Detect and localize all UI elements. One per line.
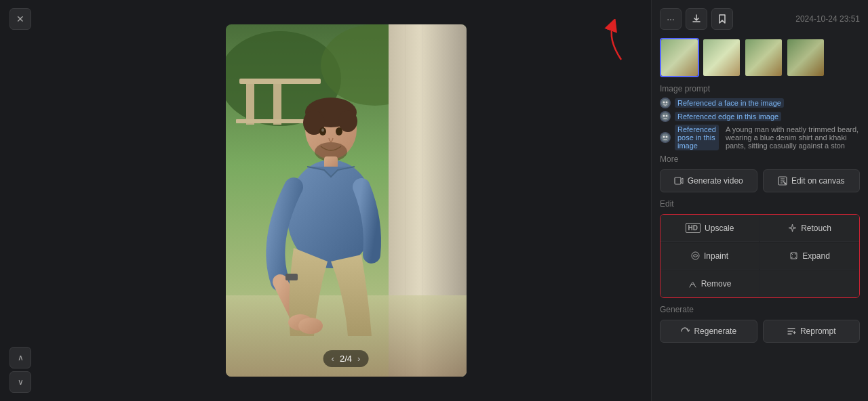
left-sidebar: ✕ ∧ ∨ bbox=[0, 0, 41, 401]
svg-point-19 bbox=[321, 129, 324, 132]
generate-video-label: Generate video bbox=[688, 176, 743, 186]
prev-image-button[interactable]: ‹ bbox=[332, 354, 334, 364]
edit-on-canvas-label: Edit on canvas bbox=[791, 176, 845, 186]
edge-tag-text: Referenced edge in this image bbox=[675, 112, 781, 121]
edit-empty-cell bbox=[760, 270, 859, 297]
bookmark-button[interactable] bbox=[711, 8, 733, 30]
generate-section: Generate Regenerate Reprompt bbox=[660, 305, 860, 343]
remove-label: Remove bbox=[701, 279, 732, 289]
main-image bbox=[226, 24, 467, 377]
top-toolbar: ··· 2024-10-24 23:51 bbox=[660, 8, 860, 30]
inpaint-label: Inpaint bbox=[704, 251, 728, 261]
upscale-label: Upscale bbox=[705, 224, 734, 233]
toolbar-actions: ··· bbox=[660, 8, 733, 30]
regenerate-button[interactable]: Regenerate bbox=[660, 320, 757, 343]
generate-section-label: Generate bbox=[660, 305, 860, 314]
edit-section: Edit HD Upscale Retouch Inpaint bbox=[660, 199, 860, 298]
upscale-button[interactable]: HD Upscale bbox=[660, 215, 760, 242]
retouch-icon bbox=[788, 224, 797, 232]
download-button[interactable] bbox=[686, 8, 707, 30]
svg-point-34 bbox=[666, 136, 668, 138]
bookmark-icon bbox=[717, 14, 728, 24]
expand-label: Expand bbox=[802, 251, 830, 261]
main-image-area: ‹ 2/4 › bbox=[41, 0, 651, 401]
chevron-down-icon: ∨ bbox=[18, 377, 24, 387]
svg-point-37 bbox=[784, 183, 786, 185]
svg-point-32 bbox=[661, 133, 669, 142]
thumbnail-2[interactable] bbox=[702, 38, 741, 77]
generate-buttons: Regenerate Reprompt bbox=[660, 320, 860, 343]
chevron-up-icon: ∧ bbox=[18, 353, 24, 362]
prompt-tag-edge: Referenced edge in this image bbox=[660, 111, 860, 122]
reprompt-button[interactable]: Reprompt bbox=[763, 320, 861, 343]
video-icon bbox=[674, 176, 684, 186]
main-image-container: ‹ 2/4 › bbox=[226, 24, 467, 377]
hd-icon: HD bbox=[686, 223, 701, 233]
close-icon: ✕ bbox=[16, 14, 24, 24]
svg-point-23 bbox=[298, 318, 323, 334]
image-navigation: ‹ 2/4 › bbox=[323, 350, 369, 367]
svg-point-18 bbox=[336, 127, 342, 135]
next-image-button[interactable]: › bbox=[357, 354, 360, 364]
pose-tag-text: Referenced pose in this image bbox=[675, 125, 719, 150]
expand-button[interactable]: Expand bbox=[760, 242, 859, 270]
download-icon bbox=[691, 14, 702, 24]
svg-point-26 bbox=[661, 99, 669, 107]
inpaint-icon bbox=[691, 251, 700, 260]
more-section: More Generate video Edit on canvas bbox=[660, 154, 860, 192]
svg-point-29 bbox=[661, 112, 669, 121]
canvas-icon bbox=[778, 176, 787, 186]
retouch-label: Retouch bbox=[801, 224, 831, 233]
image-counter: 2/4 bbox=[340, 354, 352, 364]
close-button[interactable]: ✕ bbox=[9, 8, 31, 30]
svg-rect-24 bbox=[285, 274, 298, 280]
image-prompt-label: Image prompt bbox=[660, 84, 860, 93]
edit-section-label: Edit bbox=[660, 199, 860, 209]
prompt-tag-face: Referenced a face in the image bbox=[660, 98, 860, 108]
thumbnail-3[interactable] bbox=[744, 38, 783, 77]
svg-rect-5 bbox=[246, 84, 254, 125]
nav-down-button[interactable]: ∨ bbox=[9, 371, 31, 393]
retouch-button[interactable]: Retouch bbox=[760, 215, 859, 242]
remove-icon bbox=[688, 280, 697, 289]
thumbnail-1[interactable] bbox=[660, 38, 699, 77]
more-dots-icon: ··· bbox=[667, 14, 675, 24]
generate-video-button[interactable]: Generate video bbox=[660, 169, 757, 192]
edit-on-canvas-button[interactable]: Edit on canvas bbox=[763, 169, 861, 192]
prompt-description-inline: A young man with neatly trimmed beard, w… bbox=[726, 125, 860, 150]
pose-ref-icon bbox=[660, 132, 671, 143]
reprompt-icon bbox=[787, 326, 796, 336]
svg-point-31 bbox=[666, 115, 668, 117]
remove-button[interactable]: Remove bbox=[660, 270, 760, 297]
edit-grid: HD Upscale Retouch Inpaint bbox=[660, 214, 860, 298]
svg-rect-6 bbox=[273, 84, 281, 125]
face-tag-text: Referenced a face in the image bbox=[675, 98, 784, 108]
expand-icon bbox=[789, 251, 798, 260]
svg-point-28 bbox=[666, 102, 668, 104]
prompt-tags: Referenced a face in the image Reference… bbox=[660, 98, 860, 150]
regenerate-icon bbox=[680, 326, 690, 336]
thumbnail-4[interactable] bbox=[786, 38, 825, 77]
edge-ref-icon bbox=[660, 111, 671, 122]
prompt-tag-pose: Referenced pose in this image A young ma… bbox=[660, 125, 860, 150]
svg-point-30 bbox=[663, 115, 665, 117]
thumbnail-strip bbox=[660, 38, 860, 77]
svg-point-27 bbox=[663, 102, 665, 104]
svg-rect-4 bbox=[239, 79, 321, 84]
face-ref-icon bbox=[660, 98, 671, 108]
regenerate-label: Regenerate bbox=[694, 326, 736, 336]
reprompt-label: Reprompt bbox=[800, 326, 836, 336]
more-buttons: Generate video Edit on canvas bbox=[660, 169, 860, 192]
nav-up-button[interactable]: ∧ bbox=[9, 347, 31, 368]
svg-point-33 bbox=[663, 136, 665, 138]
more-section-label: More bbox=[660, 154, 860, 164]
right-panel: ··· 2024-10-24 23:51 bbox=[651, 0, 868, 401]
svg-rect-35 bbox=[675, 177, 681, 184]
timestamp: 2024-10-24 23:51 bbox=[795, 14, 860, 24]
more-options-button[interactable]: ··· bbox=[660, 8, 682, 30]
nav-arrows: ∧ ∨ bbox=[9, 347, 31, 393]
inpaint-button[interactable]: Inpaint bbox=[660, 242, 760, 270]
